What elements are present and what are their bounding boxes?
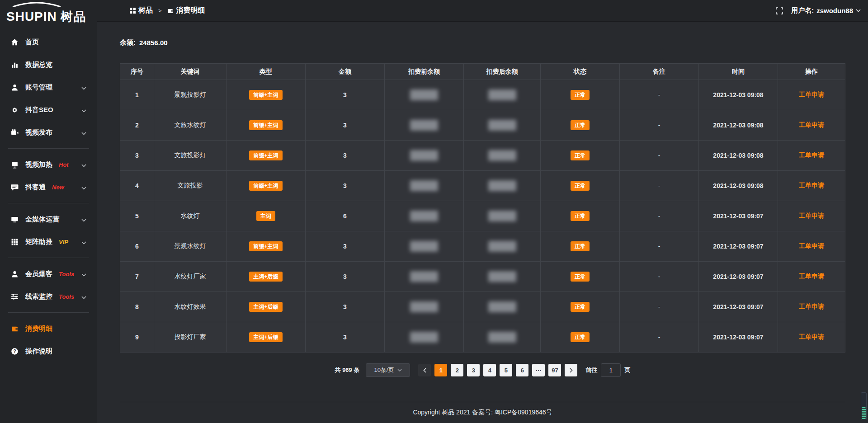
cell-time: 2021-12-03 09:07 — [699, 201, 778, 231]
page-size-select[interactable]: 10条/页 — [366, 363, 410, 377]
redacted-value — [488, 241, 516, 252]
work-order-link[interactable]: 工单申请 — [799, 182, 824, 190]
main-area: 树品 > 消费明细 用户名: zswodun88 — [97, 0, 868, 423]
table-row: 8 水纹灯效果 主词+后缀 3 正常 - 2021-12-03 09:07 工单… — [120, 292, 845, 322]
sidebar-item-instructions[interactable]: ? 操作说明 — [0, 340, 97, 362]
page-button-97[interactable]: 97 — [548, 364, 561, 376]
prev-page-button[interactable] — [418, 364, 431, 376]
cell-status: 正常 — [541, 292, 620, 322]
goto-page-input[interactable] — [601, 363, 621, 377]
sidebar-item-video-heat[interactable]: 视频加热 Hot — [0, 153, 97, 176]
cell-balance-after — [464, 231, 541, 262]
page-button-2[interactable]: 2 — [451, 364, 463, 376]
table-header-row: 序号 关键词 类型 金额 扣费前余额 扣费后余额 状态 备注 时间 操作 — [120, 64, 845, 80]
sidebar-item-consume-detail[interactable]: 消费明细 — [0, 317, 97, 340]
next-page-button[interactable] — [565, 364, 577, 376]
work-order-link[interactable]: 工单申请 — [799, 333, 824, 341]
chevron-left-icon — [423, 368, 426, 373]
cell-index: 4 — [120, 171, 154, 201]
sidebar-item-account[interactable]: 账号管理 — [0, 76, 97, 99]
menu-divider — [8, 312, 89, 313]
col-header-index: 序号 — [120, 64, 154, 80]
cell-type: 前缀+主词 — [226, 80, 306, 110]
sidebar-item-member-burst[interactable]: 会员爆客 Tools — [0, 263, 97, 285]
cell-index: 5 — [120, 201, 154, 231]
sidebar-menu: 首页 数据总览 账号管理 抖音SEO 视频发布 — [0, 29, 97, 362]
status-badge: 正常 — [571, 302, 590, 312]
logo-arc — [10, 2, 63, 7]
col-header-amount: 金额 — [306, 64, 385, 80]
cell-action: 工单申请 — [778, 292, 845, 322]
sidebar-item-label: 线索监控 — [25, 292, 52, 301]
sidebar-item-lead-monitor[interactable]: 线索监控 Tools — [0, 285, 97, 308]
work-order-link[interactable]: 工单申请 — [799, 273, 824, 281]
work-order-link[interactable]: 工单申请 — [799, 121, 824, 129]
page-button-3[interactable]: 3 — [467, 364, 480, 376]
cell-balance-before — [385, 231, 464, 262]
col-header-remark: 备注 — [620, 64, 699, 80]
work-order-link[interactable]: 工单申请 — [799, 212, 824, 220]
sidebar-item-label: 首页 — [25, 38, 39, 47]
sidebar-item-all-media[interactable]: 全媒体运营 — [0, 208, 97, 230]
cell-action: 工单申请 — [778, 80, 845, 110]
chevron-down-icon — [81, 216, 86, 223]
sidebar-item-home[interactable]: 首页 — [0, 31, 97, 53]
sidebar-item-label: 视频发布 — [25, 128, 52, 137]
cell-type: 主词 — [226, 201, 306, 231]
redacted-value — [488, 301, 516, 312]
page-button-6[interactable]: 6 — [516, 364, 528, 376]
sidebar-item-douyin-seo[interactable]: 抖音SEO — [0, 99, 97, 121]
breadcrumb-root[interactable]: 树品 — [130, 6, 153, 15]
cell-type: 前缀+主词 — [226, 110, 306, 141]
cell-amount: 6 — [306, 201, 385, 231]
sidebar-item-matrix-boost[interactable]: 矩阵助推 VIP — [0, 230, 97, 253]
sidebar-item-video-publish[interactable]: 视频发布 — [0, 121, 97, 144]
cell-time: 2021-12-03 09:08 — [699, 171, 778, 201]
cell-type: 前缀+主词 — [226, 231, 306, 262]
cell-balance-after — [464, 110, 541, 141]
user-menu[interactable]: 用户名: zswodun88 — [791, 6, 861, 15]
hot-badge: Hot — [59, 161, 69, 168]
cell-time: 2021-12-03 09:08 — [699, 80, 778, 110]
page-button-5[interactable]: 5 — [500, 364, 512, 376]
chevron-down-icon — [856, 9, 861, 12]
copyright-text: Copyright 树品 2021 备案号: 粤ICP备09019646号 — [413, 409, 552, 417]
tools-badge: Tools — [59, 293, 74, 300]
cell-index: 7 — [120, 262, 154, 292]
work-order-link[interactable]: 工单申请 — [799, 151, 824, 160]
cell-amount: 3 — [306, 80, 385, 110]
cell-time: 2021-12-03 09:08 — [699, 141, 778, 171]
fullscreen-icon[interactable] — [776, 7, 783, 14]
page-button-4[interactable]: 4 — [483, 364, 496, 376]
cell-keyword: 景观投影灯 — [154, 80, 226, 110]
cell-status: 正常 — [541, 110, 620, 141]
pagination-total: 共 969 条 — [335, 366, 360, 374]
sidebar-item-label: 视频加热 — [25, 160, 52, 169]
status-badge: 正常 — [571, 241, 590, 251]
chevron-right-icon — [570, 368, 573, 373]
status-badge: 正常 — [571, 272, 590, 282]
logo-cn-text: 树品 — [61, 9, 87, 25]
page-ellipsis-button[interactable]: ··· — [532, 364, 545, 376]
sidebar-item-douketong[interactable]: 抖客通 New — [0, 176, 97, 198]
cell-keyword: 文旅水纹灯 — [154, 110, 226, 141]
work-order-link[interactable]: 工单申请 — [799, 91, 824, 99]
sidebar-item-data-overview[interactable]: 数据总览 — [0, 53, 97, 76]
cell-remark: - — [620, 80, 699, 110]
table-row: 3 文旅投影灯 前缀+主词 3 正常 - 2021-12-03 09:08 工单… — [120, 141, 845, 171]
work-order-link[interactable]: 工单申请 — [799, 242, 824, 250]
status-badge: 正常 — [571, 90, 590, 100]
redacted-value — [488, 271, 516, 282]
scrollbar-thumb[interactable] — [862, 407, 866, 419]
redacted-value — [488, 332, 516, 343]
scrollbar[interactable] — [861, 392, 867, 420]
page-button-1[interactable]: 1 — [434, 364, 447, 376]
work-order-link[interactable]: 工单申请 — [799, 303, 824, 311]
cell-keyword: 水纹灯厂家 — [154, 262, 226, 292]
cell-action: 工单申请 — [778, 141, 845, 171]
cell-balance-before — [385, 171, 464, 201]
status-badge: 正常 — [571, 120, 590, 130]
cell-amount: 3 — [306, 171, 385, 201]
status-badge: 正常 — [571, 211, 590, 221]
redacted-value — [410, 120, 438, 131]
